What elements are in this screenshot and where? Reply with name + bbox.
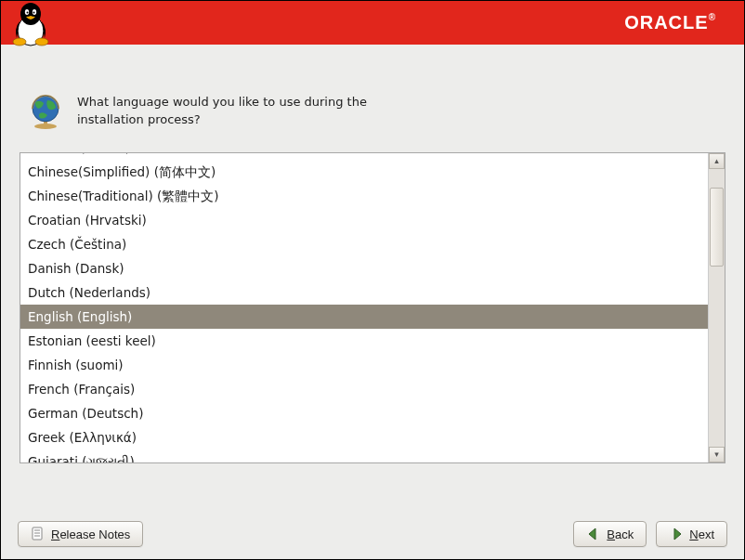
content-area: What language would you like to use duri… [1,45,744,509]
release-notes-label: Release Notes [51,527,130,541]
tux-mascot-icon [8,0,53,47]
language-option[interactable]: Estonian (eesti keel) [20,329,708,353]
arrow-left-icon [586,527,601,541]
language-list[interactable]: Catalan (Català)Chinese(Simplified) (简体中… [20,153,708,462]
next-label: Next [689,527,714,541]
scroll-track[interactable] [709,169,725,447]
document-icon [31,527,46,541]
language-option[interactable]: Czech (Čeština) [20,232,708,256]
language-option[interactable]: French (Français) [20,377,708,401]
back-button[interactable]: Back [573,521,647,547]
svg-point-7 [35,38,48,46]
language-list-frame: Catalan (Català)Chinese(Simplified) (简体中… [20,152,725,463]
language-option[interactable]: Gujarati (ગુજરાતી) [20,449,708,462]
scroll-up-button[interactable]: ▴ [709,153,725,169]
back-label: Back [607,527,634,541]
arrow-right-icon [669,527,684,541]
scroll-thumb[interactable] [710,188,724,267]
language-option[interactable]: Danish (Dansk) [20,256,708,280]
globe-icon [27,93,64,130]
language-option[interactable]: Catalan (Català) [20,153,708,160]
language-option[interactable]: Dutch (Nederlands) [20,280,708,305]
language-option[interactable]: German (Deutsch) [20,401,708,425]
language-option[interactable]: Finnish (suomi) [20,353,708,377]
oracle-logo: ORACLE® [624,12,716,33]
language-option[interactable]: English (English) [20,305,708,329]
scrollbar[interactable]: ▴ ▾ [708,153,725,462]
svg-point-5 [33,12,35,14]
prompt-text: What language would you like to use duri… [77,93,367,129]
header-bar: ORACLE® [1,1,744,45]
svg-point-4 [27,12,29,14]
footer-bar: Release Notes Back Next [1,509,744,559]
next-button[interactable]: Next [656,521,727,547]
language-option[interactable]: Croatian (Hrvatski) [20,208,708,232]
release-notes-button[interactable]: Release Notes [18,521,143,547]
language-option[interactable]: Chinese(Traditional) (繁體中文) [20,184,708,208]
installer-window: ORACLE® What language would you like to … [0,0,745,560]
language-option[interactable]: Greek (Ελληνικά) [20,425,708,449]
svg-point-6 [13,38,26,46]
svg-point-1 [20,3,41,25]
scroll-down-button[interactable]: ▾ [709,447,725,462]
prompt-row: What language would you like to use duri… [20,93,725,130]
language-option[interactable]: Chinese(Simplified) (简体中文) [20,160,708,184]
